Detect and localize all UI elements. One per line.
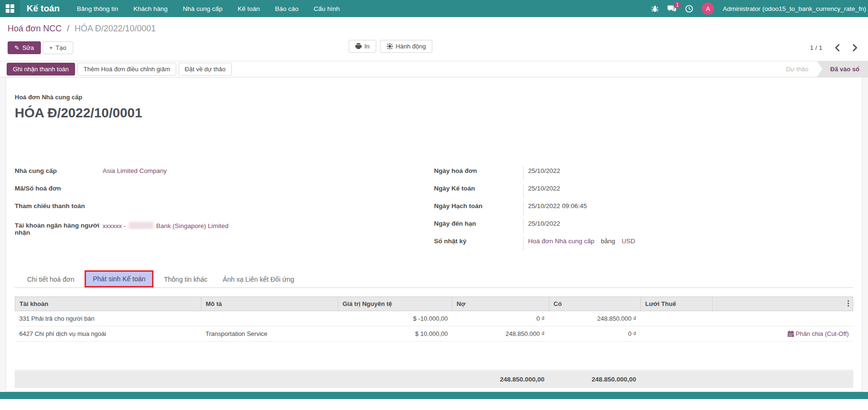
create-button[interactable]: + Tạo [43,41,73,54]
pager-next-icon[interactable] [852,44,858,51]
pager-count: 1 / 1 [810,44,822,51]
recipient-bank-label: Tài khoản ngân hàng người nhận [15,219,103,236]
notebook-tabs: Chi tiết hoá đơn Phát sinh Kế toán Thông… [15,270,853,288]
activities-clock-icon[interactable] [685,5,693,13]
invoice-form-sheet: Hoá đơn Nhà cung cấp HÓA Đ/2022/10/0001 … [6,77,862,392]
table-empty-space [15,342,853,370]
cell-account[interactable]: 331 Phải trả cho người bán [15,311,201,326]
col-credit[interactable]: Có [549,297,641,311]
accounting-date-value[interactable]: 25/10/2022 [523,184,666,198]
control-panel: Hoá đơn NCC / HÓA Đ/2022/10/0001 ✎ Sửa +… [0,17,868,61]
cell-credit[interactable]: 248.850.000 ₫ [549,311,641,326]
gear-icon [387,43,393,49]
due-date-value[interactable]: 25/10/2022 [523,219,666,233]
recipient-bank-value[interactable]: xxxxxx -Bank (Singapore) Limited [103,219,229,229]
posting-date-value[interactable]: 25/10/2022 09:06:45 [523,201,666,216]
cell-tax-grid[interactable] [641,311,713,326]
top-navbar: Kế toán Bảng thông tin Khách hàng Nhà cu… [0,0,868,17]
col-extra [713,297,853,311]
cell-debit[interactable]: 0 ₫ [452,311,549,326]
cell-tax-grid[interactable] [641,326,713,342]
journal-link[interactable]: Hoá đơn Nhà cung cấp [528,238,594,245]
col-account[interactable]: Tài khoản [15,297,201,311]
print-button[interactable]: In [349,40,376,53]
col-debit[interactable]: Nợ [452,297,549,311]
col-description[interactable]: Mô tả [201,297,338,311]
calendar-icon [788,331,794,337]
document-type-label: Hoá đơn Nhà cung cấp [15,94,853,101]
add-credit-note-button[interactable]: Thêm Hoá đơn điều chỉnh giảm [77,63,176,76]
vendor-value[interactable]: Asia Limited Company [103,166,167,174]
vendor-label: Nhà cung cấp [15,166,103,174]
tab-journal-items[interactable]: Phát sinh Kế toán [85,270,153,287]
menu-configuration[interactable]: Cấu hình [306,0,347,17]
menu-vendors[interactable]: Nhà cung cấp [175,0,230,17]
table-row[interactable]: 331 Phải trả cho người bán $ -10.000,00 … [15,311,853,326]
accounting-date-label: Ngày Kế toán [434,184,523,192]
menu-customers[interactable]: Khách hàng [126,0,175,17]
cell-credit[interactable]: 0 ₫ [549,326,641,342]
plus-icon: + [49,45,53,51]
cell-description[interactable] [201,311,338,326]
menu-accounting[interactable]: Kế toán [230,0,267,17]
due-date-label: Ngày đến hạn [434,219,523,227]
pager: 1 / 1 [810,40,858,55]
posting-date-label: Ngày Hạch toán [434,201,523,210]
right-field-group: Ngày hoá đơn 25/10/2022 Ngày Kế toán 25/… [434,166,854,254]
printer-icon [355,43,362,49]
status-posted[interactable]: Đã vào sổ [817,61,868,77]
journal-label: Sổ nhật ký [434,237,523,245]
reset-to-draft-button[interactable]: Đặt về dự thảo [179,63,232,76]
cell-extra: Phân chia (Cut-Off) [713,326,853,342]
status-draft[interactable]: Dự thảo [778,61,817,77]
invoice-date-value[interactable]: 25/10/2022 [523,166,666,181]
journal-items-table: Tài khoản Mô tả Giá trị Nguyên tệ Nợ Có … [15,296,853,342]
tab-other-info[interactable]: Thông tin khác [156,271,215,287]
table-header-row: Tài khoản Mô tả Giá trị Nguyên tệ Nợ Có … [15,297,853,311]
cell-debit[interactable]: 248.850.000 ₫ [452,326,549,342]
apps-menu-icon[interactable] [0,0,20,17]
user-menu[interactable]: Administrator (odoo15_to_bank_currency_r… [723,5,866,12]
col-tax-grid[interactable]: Lưới Thuế [641,297,713,311]
optional-columns-icon[interactable] [848,300,849,306]
grid-icon [6,4,14,13]
breadcrumb: Hoá đơn NCC / HÓA Đ/2022/10/0001 [8,24,860,34]
invoice-date-label: Ngày hoá đơn [434,166,523,174]
form-statusbar: Ghi nhận thanh toán Thêm Hoá đơn điều ch… [0,61,868,77]
cell-amount-currency[interactable]: $ 10.000,00 [338,326,452,342]
breadcrumb-parent[interactable]: Hoá đơn NCC [8,24,62,33]
breadcrumb-separator: / [67,24,69,33]
journal-value: Hoá đơn Nhà cung cấp bằng USD [523,237,666,251]
action-button[interactable]: Hành động [380,40,433,53]
journal-currency[interactable]: USD [622,238,636,245]
tab-invoice-lines[interactable]: Chi tiết hoá đơn [19,271,82,287]
cell-amount-currency[interactable]: $ -10.000,00 [338,311,452,326]
col-amount-currency[interactable]: Giá trị Nguyên tệ [338,297,452,311]
journal-connector: bằng [601,238,615,245]
cell-extra [713,311,853,326]
content-area: Hoá đơn Nhà cung cấp HÓA Đ/2022/10/0001 … [0,77,868,392]
breadcrumb-current: HÓA Đ/2022/10/0001 [75,24,156,33]
payment-reference-label: Tham chiếu thanh toán [15,201,103,210]
pager-previous-icon[interactable] [835,44,840,51]
user-avatar[interactable]: A [702,2,714,15]
totals-row: 248.850.000,00 248.850.000,00 [15,371,853,388]
debug-bug-icon[interactable] [651,5,659,13]
main-menu: Bảng thông tin Khách hàng Nhà cung cấp K… [69,0,347,17]
menu-dashboard[interactable]: Bảng thông tin [69,0,126,17]
cutoff-link[interactable]: Phân chia (Cut-Off) [788,330,849,337]
total-debit: 248.850.000,00 [452,376,549,383]
table-row[interactable]: 6427 Chi phí dịch vụ mua ngoài Transport… [15,326,853,342]
edit-button[interactable]: ✎ Sửa [8,41,41,54]
app-brand[interactable]: Kế toán [20,0,69,17]
cell-account[interactable]: 6427 Chi phí dịch vụ mua ngoài [15,326,201,342]
cell-description[interactable]: Transportation Service [201,326,338,342]
message-count-badge: 1 [674,1,681,9]
left-field-group: Nhà cung cấp Asia Limited Company Mã/Số … [15,166,434,254]
status-pipeline: Dự thảo Đã vào sổ [778,61,868,77]
messages-icon[interactable]: 1 [668,5,677,13]
redacted-blur-block [129,222,153,229]
menu-reports[interactable]: Báo cáo [267,0,306,17]
tab-counterpart-mapping[interactable]: Ánh xạ Liên kết Đối ứng [215,271,302,287]
register-payment-button[interactable]: Ghi nhận thanh toán [7,63,75,76]
